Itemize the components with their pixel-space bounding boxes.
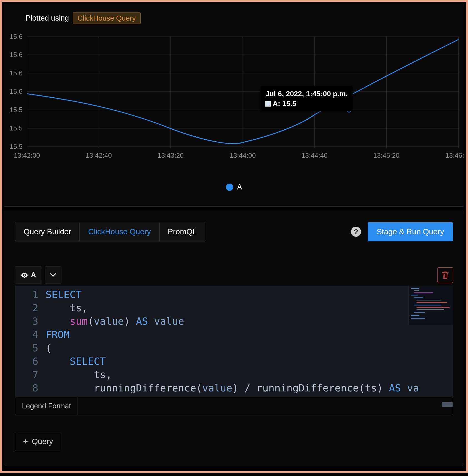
svg-text:13:45:20: 13:45:20 [373, 152, 399, 159]
query-expand-toggle[interactable] [45, 267, 61, 283]
eye-icon [21, 273, 28, 278]
code-minimap[interactable] [409, 286, 453, 325]
svg-text:15.6: 15.6 [9, 51, 23, 58]
editor-scrollbar-thumb[interactable] [442, 402, 453, 407]
svg-text:13:42:40: 13:42:40 [86, 152, 112, 159]
svg-text:13:46:00: 13:46:00 [445, 152, 464, 159]
query-mode-tabs: Query Builder ClickHouse Query PromQL [15, 222, 205, 241]
chevron-down-icon [50, 273, 56, 277]
svg-rect-31 [414, 290, 419, 291]
svg-rect-42 [411, 318, 425, 319]
tab-clickhouse-query[interactable]: ClickHouse Query [80, 222, 160, 241]
svg-rect-40 [414, 312, 425, 313]
chart-header: Plotted using ClickHouse Query [4, 12, 464, 24]
svg-rect-36 [417, 302, 447, 303]
code-body[interactable]: SELECT ts, sum(value) AS valueFROM( SELE… [43, 286, 453, 397]
delete-query-button[interactable] [437, 267, 453, 283]
code-editor[interactable]: 1 2 3 4 5 6 7 8 SELECT ts, sum(value) AS… [15, 286, 453, 397]
tooltip-value-row: A: 15.5 [265, 99, 348, 108]
tooltip-swatch [265, 101, 271, 107]
query-name-label: A [31, 271, 36, 279]
svg-text:15.5: 15.5 [9, 143, 23, 150]
stage-run-button[interactable]: Stage & Run Query [368, 222, 453, 241]
tab-promql[interactable]: PromQL [160, 222, 205, 241]
chart-legend[interactable]: A [4, 183, 464, 191]
line-chart: 15.6 15.6 15.6 15.6 15.5 15.5 15.5 13:42… [4, 31, 464, 170]
svg-rect-30 [411, 288, 419, 289]
svg-text:15.6: 15.6 [9, 33, 23, 40]
svg-rect-41 [411, 315, 419, 316]
svg-text:13:43:20: 13:43:20 [158, 152, 184, 159]
plotted-using-label: Plotted using [26, 14, 69, 23]
legend-format-row: Legend Format [15, 397, 453, 415]
chart-panel: Plotted using ClickHouse Query [4, 4, 464, 207]
svg-rect-39 [417, 309, 444, 310]
legend-format-input[interactable] [78, 397, 453, 415]
svg-text:15.5: 15.5 [9, 124, 23, 132]
svg-text:13:44:00: 13:44:00 [230, 152, 256, 159]
svg-rect-34 [414, 297, 423, 298]
svg-text:15.6: 15.6 [9, 69, 23, 77]
plus-icon: + [23, 437, 28, 446]
y-axis-labels: 15.6 15.6 15.6 15.6 15.5 15.5 15.5 [9, 33, 23, 150]
line-number-gutter: 1 2 3 4 5 6 7 8 [15, 286, 43, 397]
query-type-badge: ClickHouse Query [73, 12, 141, 24]
query-visibility-toggle[interactable]: A [15, 267, 42, 283]
help-icon[interactable]: ? [351, 227, 361, 237]
tab-query-builder[interactable]: Query Builder [15, 222, 80, 241]
svg-rect-32 [414, 292, 433, 293]
svg-text:13:44:40: 13:44:40 [302, 152, 328, 159]
svg-text:15.5: 15.5 [9, 106, 23, 114]
svg-text:15.6: 15.6 [9, 88, 23, 95]
svg-text:13:42:00: 13:42:00 [14, 152, 40, 159]
x-axis-labels: 13:42:00 13:42:40 13:43:20 13:44:00 13:4… [14, 152, 464, 159]
svg-rect-33 [411, 295, 418, 295]
svg-rect-35 [417, 300, 441, 300]
query-panel: Query Builder ClickHouse Query PromQL ? … [4, 211, 464, 465]
svg-point-28 [24, 274, 25, 276]
trash-icon [441, 271, 449, 279]
add-query-button[interactable]: + Query [15, 432, 61, 451]
tooltip-time: Jul 6, 2022, 1:45:00 p.m. [265, 90, 348, 98]
svg-rect-38 [417, 307, 450, 308]
legend-format-label: Legend Format [15, 397, 78, 415]
legend-label: A [237, 183, 242, 191]
add-query-label: Query [32, 437, 53, 446]
svg-rect-37 [414, 305, 441, 305]
legend-dot [226, 184, 233, 191]
chart-area[interactable]: 15.6 15.6 15.6 15.6 15.5 15.5 15.5 13:42… [4, 31, 464, 170]
chart-tooltip: Jul 6, 2022, 1:45:00 p.m. A: 15.5 [260, 86, 353, 111]
